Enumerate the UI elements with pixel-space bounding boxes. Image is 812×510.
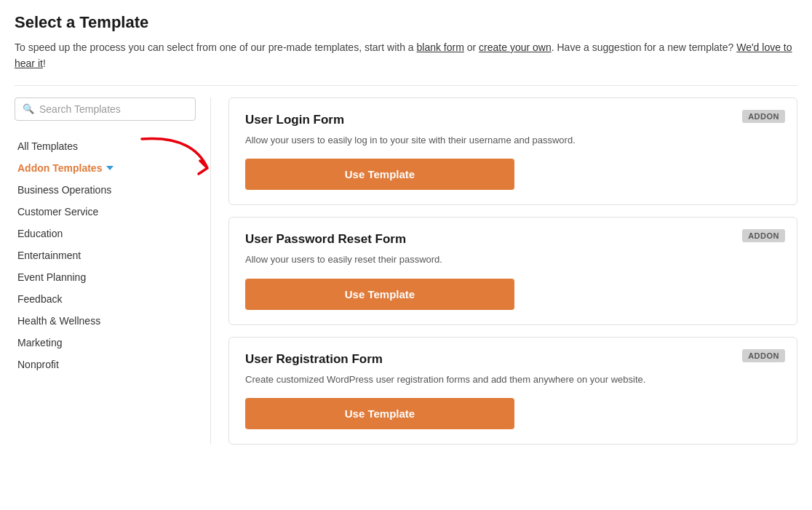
subtitle-start: To speed up the process you can select f… [15,41,417,53]
active-item-row: Addon Templates [17,162,193,174]
use-template-button-login[interactable]: Use Template [245,159,514,190]
sidebar-item-all-templates[interactable]: All Templates [15,135,196,157]
template-title: User Registration Form [245,352,730,367]
search-icon: 🔍 [23,103,34,114]
use-template-button-password-reset[interactable]: Use Template [245,279,514,310]
sidebar-item-label: Health & Wellness [17,315,100,327]
addon-badge: ADDON [742,349,785,362]
blank-form-link[interactable]: blank form [417,41,464,53]
sidebar-item-label: Business Operations [17,184,111,196]
page-subtitle: To speed up the process you can select f… [15,39,797,72]
template-card-user-login: ADDON User Login Form Allow your users t… [228,97,797,206]
use-template-button-registration[interactable]: Use Template [245,398,514,429]
sidebar-item-label: Customer Service [17,206,98,218]
sidebar-item-label: Addon Templates [17,162,102,174]
search-input[interactable] [39,103,188,115]
content-area: ADDON User Login Form Allow your users t… [211,97,797,445]
sidebar-item-event-planning[interactable]: Event Planning [15,266,196,288]
subtitle-end-punct: ! [43,57,46,69]
sidebar-nav: All Templates Addon Templates Business O… [15,135,196,375]
search-box[interactable]: 🔍 [15,97,196,121]
create-own-link[interactable]: create your own [479,41,552,53]
sidebar-item-label: All Templates [17,140,78,152]
section-divider [15,85,797,86]
sidebar-item-label: Entertainment [17,250,81,261]
sidebar-item-business-operations[interactable]: Business Operations [15,179,196,201]
template-description: Allow your users to easily log in to you… [245,133,781,148]
template-description: Create customized WordPress user registr… [245,372,781,387]
addon-badge: ADDON [742,110,785,123]
template-title: User Login Form [245,113,730,127]
page-wrapper: Select a Template To speed up the proces… [0,0,812,458]
sidebar-item-label: Nonprofit [17,359,59,370]
chevron-down-icon [106,166,114,170]
sidebar-item-label: Education [17,228,63,239]
subtitle-end: . Have a suggestion for a new template? [552,41,736,53]
sidebar-item-label: Feedback [17,293,62,305]
template-description: Allow your users to easily reset their p… [245,252,781,267]
template-title: User Password Reset Form [245,232,730,247]
sidebar-item-label: Event Planning [17,271,86,283]
sidebar-item-nonprofit[interactable]: Nonprofit [15,354,196,375]
sidebar: 🔍 All Templates Addon Templates [15,97,211,445]
sidebar-item-label: Marketing [17,337,62,348]
main-layout: 🔍 All Templates Addon Templates [15,97,797,445]
template-card-password-reset: ADDON User Password Reset Form Allow you… [228,217,797,325]
sidebar-item-health-wellness[interactable]: Health & Wellness [15,310,196,332]
template-card-user-registration: ADDON User Registration Form Create cust… [228,337,797,445]
page-title: Select a Template [15,13,797,32]
sidebar-item-education[interactable]: Education [15,223,196,244]
sidebar-item-customer-service[interactable]: Customer Service [15,201,196,223]
subtitle-mid: or [464,41,479,53]
sidebar-item-addon-templates[interactable]: Addon Templates [15,157,196,179]
sidebar-item-feedback[interactable]: Feedback [15,288,196,310]
addon-badge: ADDON [742,229,785,242]
sidebar-item-entertainment[interactable]: Entertainment [15,244,196,266]
sidebar-item-marketing[interactable]: Marketing [15,332,196,354]
